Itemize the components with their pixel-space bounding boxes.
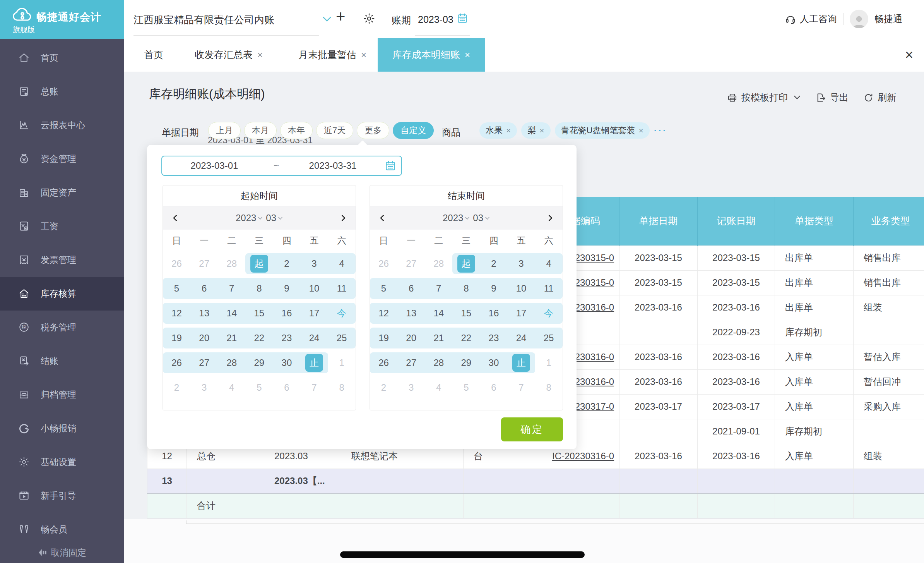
tab-2[interactable]: 月末批量暂估× [290, 38, 375, 72]
tab-close-icon[interactable]: × [361, 50, 366, 60]
export-button[interactable]: 导出 [816, 91, 849, 104]
sidebar-item-cloud-report[interactable]: 云报表中心 [0, 108, 124, 142]
close-panel-icon[interactable]: × [902, 38, 916, 72]
calendar-day[interactable]: 21 [425, 326, 452, 350]
calendar-day-start[interactable]: 起 [452, 251, 480, 276]
calendar-day[interactable]: 24 [507, 326, 535, 350]
calendar-day[interactable]: 12 [370, 301, 397, 326]
calendar-day[interactable]: 8 [535, 375, 563, 400]
calendar-day[interactable]: 22 [245, 326, 273, 350]
calendar-day[interactable]: 6 [480, 375, 507, 400]
calendar-day[interactable]: 6 [397, 276, 425, 301]
refresh-button[interactable]: 刷新 [863, 91, 896, 104]
calendar-day-today[interactable]: 今 [328, 301, 356, 326]
tab-close-icon[interactable]: × [257, 50, 263, 60]
calendar-day[interactable]: 19 [163, 326, 190, 350]
calendar-day[interactable]: 5 [163, 276, 190, 301]
sidebar-item-invoice[interactable]: 发票管理 [0, 243, 124, 277]
tab-home[interactable]: 首页 [136, 38, 171, 72]
scroll-track-line[interactable] [186, 524, 924, 524]
calendar-day[interactable]: 8 [328, 375, 356, 400]
calendar-day[interactable]: 20 [190, 326, 218, 350]
end-date-value[interactable]: 2023-03-31 [286, 160, 380, 171]
calendar-day[interactable]: 23 [480, 326, 507, 350]
calendar-day[interactable]: 1 [535, 350, 563, 375]
calendar-day[interactable]: 4 [425, 375, 452, 400]
calendar-day[interactable]: 26 [163, 251, 190, 276]
print-dropdown-chevron-icon[interactable] [793, 95, 801, 100]
calendar-day[interactable]: 20 [397, 326, 425, 350]
calendar-day[interactable]: 2 [163, 375, 190, 400]
next-month-icon[interactable] [331, 215, 356, 221]
username[interactable]: 畅捷通 [874, 13, 902, 25]
sidebar-item-payroll[interactable]: 工资 [0, 209, 124, 243]
calendar-day[interactable]: 10 [300, 276, 328, 301]
calendar-day[interactable]: 8 [245, 276, 273, 301]
calendar-day[interactable]: 26 [370, 251, 397, 276]
calendar-day[interactable]: 12 [163, 301, 190, 326]
calendar-day[interactable]: 25 [535, 326, 563, 350]
calendar-day-start[interactable]: 起 [245, 251, 273, 276]
unpin-sidebar-button[interactable]: 取消固定 [0, 542, 124, 563]
calendar-day[interactable]: 6 [273, 375, 300, 400]
tab-3[interactable]: 库存成本明细账× [378, 38, 485, 72]
calendar-day[interactable]: 28 [218, 251, 245, 276]
calendar-day[interactable]: 21 [218, 326, 245, 350]
calendar-day[interactable]: 8 [452, 276, 480, 301]
calendar-day[interactable]: 11 [328, 276, 356, 301]
calendar-day[interactable]: 5 [370, 276, 397, 301]
tag-remove-icon[interactable]: × [539, 126, 544, 135]
calendar-day[interactable]: 15 [245, 301, 273, 326]
calendar-day[interactable]: 1 [328, 350, 356, 375]
avatar[interactable] [850, 10, 868, 28]
print-by-template-button[interactable]: 按模板打印 [727, 91, 801, 104]
date-option-3[interactable]: 近7天 [316, 122, 353, 139]
sidebar-item-settings[interactable]: 基础设置 [0, 445, 124, 479]
calendar-day[interactable]: 4 [328, 251, 356, 276]
document-link[interactable]: IC-20230316-0 [552, 451, 614, 461]
calendar-day[interactable]: 3 [397, 375, 425, 400]
calendar-day[interactable]: 3 [190, 375, 218, 400]
date-option-2[interactable]: 本年 [280, 122, 313, 139]
sidebar-item-closing[interactable]: 结账 [0, 344, 124, 378]
tab-1[interactable]: 收发存汇总表× [186, 38, 272, 72]
calendar-day[interactable]: 15 [452, 301, 480, 326]
calendar-day[interactable]: 30 [480, 350, 507, 375]
calendar-day[interactable]: 5 [245, 375, 273, 400]
calendar-day[interactable]: 28 [218, 350, 245, 375]
calendar-day-end[interactable]: 止 [507, 350, 535, 375]
calendar-day[interactable]: 27 [190, 350, 218, 375]
calendar-day[interactable]: 27 [397, 350, 425, 375]
calendar-day[interactable]: 6 [190, 276, 218, 301]
sidebar-item-reimburse[interactable]: 小畅报销 [0, 412, 124, 445]
calendar-day[interactable]: 16 [273, 301, 300, 326]
support-button[interactable]: 人工咨询 [785, 13, 837, 25]
tab-close-icon[interactable]: × [465, 50, 470, 60]
date-option-1[interactable]: 本月 [244, 122, 277, 139]
settings-gear-icon[interactable] [363, 12, 375, 25]
calendar-day[interactable]: 30 [273, 350, 300, 375]
sidebar-item-archive[interactable]: 归档管理 [0, 378, 124, 412]
calendar-day[interactable]: 23 [273, 326, 300, 350]
sidebar-item-home[interactable]: 首页 [0, 41, 124, 75]
chevron-down-icon[interactable] [322, 15, 332, 23]
month-select[interactable]: 03 [266, 213, 283, 223]
calendar-day[interactable]: 7 [425, 276, 452, 301]
calendar-day[interactable]: 22 [452, 326, 480, 350]
range-calendar-icon[interactable] [380, 160, 401, 172]
calendar-day[interactable]: 19 [370, 326, 397, 350]
prev-month-icon[interactable] [163, 215, 188, 221]
calendar-day[interactable]: 7 [218, 276, 245, 301]
date-option-0[interactable]: 上月 [208, 122, 241, 139]
tag-remove-icon[interactable]: × [506, 126, 511, 135]
calendar-day[interactable]: 28 [425, 251, 452, 276]
calendar-day[interactable]: 27 [397, 251, 425, 276]
calendar-day[interactable]: 25 [328, 326, 356, 350]
calendar-day[interactable]: 14 [425, 301, 452, 326]
sidebar-item-tax[interactable]: 税税务管理 [0, 311, 124, 344]
sidebar-item-funds[interactable]: 资金管理 [0, 142, 124, 176]
calendar-day[interactable]: 9 [273, 276, 300, 301]
calendar-day[interactable]: 4 [218, 375, 245, 400]
calendar-day[interactable]: 17 [507, 301, 535, 326]
calendar-day[interactable]: 28 [425, 350, 452, 375]
